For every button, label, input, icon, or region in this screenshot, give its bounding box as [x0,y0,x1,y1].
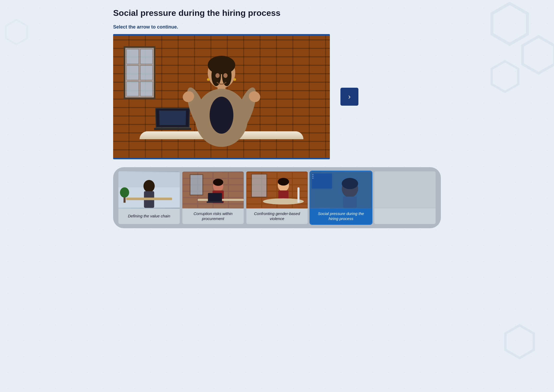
svg-rect-35 [251,174,267,197]
page-container: Social pressure during the hiring proces… [103,0,451,236]
thumb4-overlay [310,171,372,208]
thumbnail-item-5[interactable] [374,171,436,224]
svg-rect-31 [207,201,223,203]
thumb-label-2: Corruption risks within procurement [182,208,244,224]
thumb-label-5 [374,208,436,224]
svg-point-11 [215,73,220,78]
video-person [113,36,330,157]
svg-rect-25 [190,175,203,195]
svg-rect-50 [374,172,436,208]
video-section: CC 00:47 | 01:12 [113,34,441,159]
svg-point-20 [120,187,129,198]
svg-point-6 [210,97,233,134]
page-title: Social pressure during the hiring proces… [113,8,441,18]
thumb3-scene [246,171,308,208]
svg-rect-40 [297,187,299,203]
thumb-label-3: Confronting gender-based violence [246,208,308,224]
thumb-image-2 [182,171,244,208]
svg-point-27 [213,179,223,186]
thumb1-scene [118,171,180,208]
svg-point-12 [223,73,228,78]
thumbnail-item-3[interactable]: Confronting gender-based violence [246,171,308,224]
thumb-image-4 [310,171,372,208]
svg-point-17 [144,180,155,192]
thumb-image-5 [374,171,436,208]
svg-point-13 [207,78,210,81]
video-player[interactable]: CC 00:47 | 01:12 [113,36,330,157]
thumb1-svg [118,171,180,208]
thumb2-scene [182,171,244,208]
instruction-text: Select the arrow to continue. [113,24,441,30]
thumb-label-4: Social pressure during the hiring proces… [310,208,372,224]
thumb-image-3 [246,171,308,208]
svg-rect-30 [208,193,222,202]
thumb2-svg [182,171,244,208]
thumbnail-item-1[interactable]: Defining the value chain [118,171,180,224]
thumb5-svg [374,171,436,208]
thumb4-scene [310,171,372,208]
thumb-image-1 [118,171,180,208]
thumbnail-item-4[interactable]: Social pressure during the hiring proces… [310,171,372,224]
thumbnail-item-2[interactable]: Corruption risks within procurement [182,171,244,224]
video-wrapper: CC 00:47 | 01:12 [113,34,330,159]
thumbnail-strip: Defining the value chain [113,167,441,228]
next-button[interactable]: › [340,88,358,106]
thumb-label-1: Defining the value chain [118,208,180,224]
video-bottom-bar [113,158,330,159]
svg-point-14 [233,78,236,81]
video-frame [113,36,330,157]
thumb5-scene [374,171,436,208]
thumb3-svg [246,171,308,208]
svg-point-37 [278,178,289,185]
person-svg [174,41,269,152]
svg-rect-21 [126,198,172,200]
